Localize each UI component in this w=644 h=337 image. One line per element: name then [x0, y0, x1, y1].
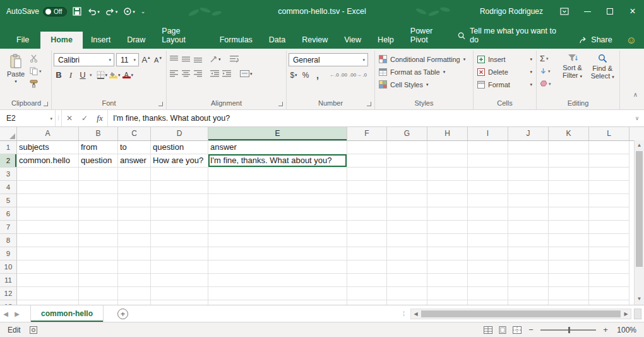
cell-D8[interactable]	[151, 234, 208, 247]
cell-L12[interactable]	[589, 287, 629, 300]
comma-style-button[interactable]: ,	[313, 69, 323, 81]
select-all-button[interactable]	[0, 127, 17, 140]
cell-K12[interactable]	[549, 287, 589, 300]
cell-J10[interactable]	[508, 260, 549, 274]
autosave-toggle[interactable]: AutoSave Off	[6, 7, 67, 16]
cell-I13[interactable]	[468, 300, 508, 305]
undo-button[interactable]: ▾	[87, 8, 100, 16]
cell-L5[interactable]	[589, 194, 629, 207]
cancel-button[interactable]: ✕	[62, 110, 77, 126]
cell-B3[interactable]	[79, 168, 118, 181]
accounting-format-button[interactable]: $▾	[289, 69, 299, 81]
cell-B2[interactable]: question	[79, 154, 118, 168]
cell-H1[interactable]	[427, 141, 468, 154]
cell-K4[interactable]	[549, 181, 589, 194]
cell-F4[interactable]	[347, 181, 387, 194]
font-name-combo[interactable]: Calibri▾	[54, 53, 114, 66]
cell-F8[interactable]	[347, 234, 387, 247]
cell-F1[interactable]	[347, 141, 387, 154]
fill-color-button[interactable]: ▾	[109, 69, 121, 81]
cell-K2[interactable]	[549, 154, 589, 168]
cell-I4[interactable]	[468, 181, 508, 194]
row-header-11[interactable]: 11	[0, 274, 17, 287]
delete-cells-button[interactable]: Delete▾	[475, 66, 534, 78]
percent-style-button[interactable]: %	[301, 69, 311, 81]
cell-E1[interactable]: answer	[208, 141, 347, 154]
cell-K10[interactable]	[549, 260, 589, 274]
cell-B1[interactable]: from	[79, 141, 118, 154]
zoom-level[interactable]: 100%	[615, 326, 636, 334]
column-header-K[interactable]: K	[549, 127, 589, 140]
cell-G11[interactable]	[387, 274, 427, 287]
formula-input[interactable]: I'm fine, thanks. What about you?	[107, 110, 630, 126]
cell-G2[interactable]	[387, 154, 427, 168]
cell-J4[interactable]	[508, 181, 549, 194]
scroll-left-icon[interactable]: ◀	[411, 311, 420, 317]
cell-H10[interactable]	[427, 260, 468, 274]
sheet-tab-common-hello[interactable]: common-hello	[30, 305, 104, 322]
row-header-1[interactable]: 1	[0, 141, 17, 154]
cell-J5[interactable]	[508, 194, 549, 207]
maximize-button[interactable]	[599, 0, 621, 23]
cell-F9[interactable]	[347, 247, 387, 260]
increase-decimal-button[interactable]: ←.0 .00	[330, 69, 347, 81]
cell-B10[interactable]	[79, 260, 118, 274]
cell-D5[interactable]	[151, 194, 208, 207]
cell-F11[interactable]	[347, 274, 387, 287]
alignment-dialog-launcher[interactable]	[278, 102, 283, 106]
cell-E8[interactable]	[208, 234, 347, 247]
column-header-J[interactable]: J	[508, 127, 549, 140]
cell-C11[interactable]	[118, 274, 151, 287]
cell-E6[interactable]	[208, 207, 347, 221]
page-break-view-button[interactable]	[513, 326, 522, 334]
cell-B8[interactable]	[79, 234, 118, 247]
horizontal-scroll-thumb[interactable]	[421, 310, 621, 317]
cell-I7[interactable]	[468, 221, 508, 234]
column-header-I[interactable]: I	[468, 127, 508, 140]
tab-formulas[interactable]: Formulas	[212, 32, 261, 49]
cell-A3[interactable]	[17, 168, 79, 181]
row-header-6[interactable]: 6	[0, 207, 17, 221]
cell-H4[interactable]	[427, 181, 468, 194]
cell-F3[interactable]	[347, 168, 387, 181]
row-header-8[interactable]: 8	[0, 234, 17, 247]
decrease-indent-button[interactable]	[210, 68, 220, 80]
row-header-10[interactable]: 10	[0, 260, 17, 274]
cell-K11[interactable]	[549, 274, 589, 287]
cell-L3[interactable]	[589, 168, 629, 181]
cell-B9[interactable]	[79, 247, 118, 260]
normal-view-button[interactable]	[484, 326, 492, 334]
cell-J2[interactable]	[508, 154, 549, 168]
name-box[interactable]: E2▾	[0, 110, 56, 126]
tab-scrollbar-splitter[interactable]: ⁞	[403, 310, 405, 317]
column-header-F[interactable]: F	[347, 127, 387, 140]
cell-L7[interactable]	[589, 221, 629, 234]
formula-bar-handle[interactable]: ⁞	[56, 110, 62, 126]
customize-quick-access-toolbar-button[interactable]: ⌄	[141, 9, 146, 15]
fill-button[interactable]: ▾	[539, 65, 558, 77]
cell-G6[interactable]	[387, 207, 427, 221]
cell-F6[interactable]	[347, 207, 387, 221]
cell-A2[interactable]: common.hello	[17, 154, 79, 168]
tab-view[interactable]: View	[336, 32, 369, 49]
page-layout-view-button[interactable]	[498, 326, 507, 334]
cell-L11[interactable]	[589, 274, 629, 287]
cell-J8[interactable]	[508, 234, 549, 247]
cell-K3[interactable]	[549, 168, 589, 181]
cell-B7[interactable]	[79, 221, 118, 234]
clipboard-dialog-launcher[interactable]	[44, 102, 48, 106]
cell-C7[interactable]	[118, 221, 151, 234]
cell-G12[interactable]	[387, 287, 427, 300]
align-left-button[interactable]	[169, 68, 179, 80]
italic-button[interactable]: I	[66, 69, 76, 81]
row-header-12[interactable]: 12	[0, 287, 17, 300]
formula-bar-expand-icon[interactable]: ∨	[630, 110, 644, 126]
merge-center-button[interactable]: ▾	[240, 68, 253, 80]
cell-D11[interactable]	[151, 274, 208, 287]
macro-record-button[interactable]	[30, 326, 37, 334]
insert-cells-button[interactable]: Insert▾	[475, 53, 534, 65]
tab-review[interactable]: Review	[294, 32, 336, 49]
cell-H13[interactable]	[427, 300, 468, 305]
cell-K5[interactable]	[549, 194, 589, 207]
cell-C5[interactable]	[118, 194, 151, 207]
